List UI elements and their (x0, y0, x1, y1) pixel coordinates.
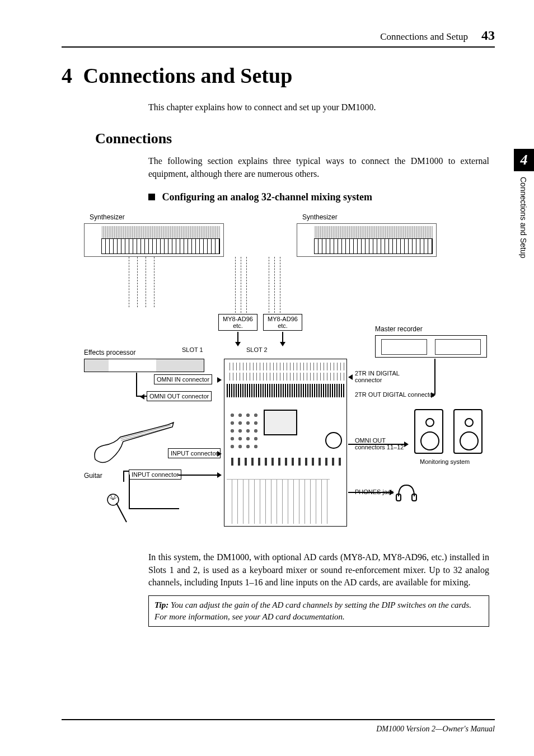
cable-dashed (146, 257, 146, 307)
label-master-recorder: Master recorder (375, 325, 423, 333)
label-slot2: SLOT 2 (246, 346, 268, 353)
chapter-number: 4 (62, 63, 72, 88)
speaker-left-icon (414, 409, 443, 454)
header-page-number: 43 (481, 28, 495, 43)
arrow-left-icon (348, 374, 353, 380)
slot1-card-box: MY8-AD96 etc. (218, 314, 257, 331)
speaker-right-icon (453, 409, 483, 454)
arrow-line (129, 508, 179, 509)
cable-dashed (235, 257, 236, 313)
cable-dashed (129, 257, 129, 307)
page-footer: DM1000 Version 2—Owner's Manual (62, 719, 495, 734)
section-paragraph: The following section explains three typ… (148, 155, 489, 180)
headphones-icon (395, 482, 418, 502)
arrow-line (178, 475, 218, 476)
slot2-card-box: MY8-AD96 etc. (263, 314, 302, 331)
arrow-left-icon (140, 394, 144, 400)
side-tab-number: 4 (514, 149, 534, 171)
side-tab-text: Connections and Setup (514, 171, 528, 259)
body-paragraph: In this system, the DM1000, with optiona… (148, 551, 489, 589)
cable-dashed (280, 257, 280, 313)
chapter-name: Connections and Setup (83, 64, 293, 87)
bullet-square-icon (148, 194, 155, 200)
label-guitar: Guitar (84, 472, 102, 480)
subsection-title: Configuring an analog 32-channel mixing … (162, 191, 373, 203)
synthesizer-left-icon (84, 223, 224, 257)
cable-dashed (241, 257, 241, 313)
label-2tr-in: 2TR IN DIGITAL connector (355, 370, 400, 383)
chapter-title: 4 Connections and Setup (62, 63, 495, 88)
arrow-line (282, 332, 283, 343)
arrow-line (136, 373, 137, 397)
header-section-title: Connections and Setup (380, 31, 468, 43)
arrow-line (237, 332, 238, 343)
arrow-right-icon (217, 451, 222, 457)
microphone-icon (106, 493, 129, 527)
svg-line-1 (121, 427, 171, 440)
arrow-right-icon (217, 377, 222, 383)
label-slot1: SLOT 1 (182, 346, 203, 353)
tip-box: Tip: You can adjust the gain of the AD c… (148, 595, 489, 627)
label-synth-left: Synthesizer (90, 213, 125, 221)
synthesizer-right-icon (297, 223, 437, 257)
arrow-line (136, 396, 147, 397)
guitar-icon (90, 420, 179, 471)
label-synth-right: Synthesizer (302, 213, 338, 221)
effects-processor-icon (84, 359, 204, 372)
arrow-line (129, 475, 130, 508)
cable-dashed (137, 257, 138, 307)
arrow-line (348, 492, 391, 493)
page-header: Connections and Setup 43 (62, 28, 495, 48)
chapter-intro: This chapter explains how to connect and… (148, 101, 495, 114)
connection-diagram: Synthesizer Synthesizer MY8-AD96 etc. MY… (73, 213, 495, 538)
side-tab: 4 Connections and Setup (514, 149, 534, 266)
section-heading: Connections (95, 130, 495, 147)
label-omni-in: OMNI IN connector (154, 374, 212, 384)
cable-dashed (269, 257, 269, 313)
cable-dashed (274, 257, 275, 313)
cable-dashed (246, 257, 247, 313)
label-omni-out: OMNI OUT connector (147, 391, 212, 401)
label-input-1: INPUT connector (168, 448, 221, 458)
label-2tr-out: 2TR OUT DIGITAL connector (355, 391, 435, 398)
label-monitoring: Monitoring system (420, 458, 470, 465)
tip-label: Tip: (154, 600, 168, 609)
mixer-console-icon (224, 359, 347, 527)
cable-dashed (154, 257, 154, 307)
arrow-line (348, 444, 405, 445)
svg-line-0 (120, 425, 171, 439)
master-recorder-icon (375, 335, 487, 358)
tip-text: You can adjust the gain of the AD card c… (154, 600, 471, 621)
label-input-2: INPUT connector (129, 469, 181, 480)
subsection-heading: Configuring an analog 32-channel mixing … (148, 191, 495, 203)
arrow-line (123, 471, 124, 482)
arrow-line (434, 359, 435, 395)
label-effects: Effects processor (84, 349, 135, 356)
